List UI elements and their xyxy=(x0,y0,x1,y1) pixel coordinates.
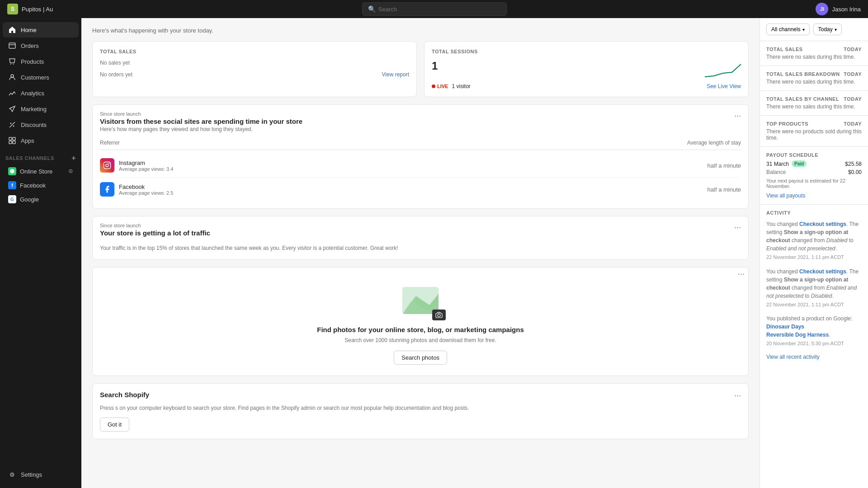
see-live-view-link[interactable]: See Live View xyxy=(707,83,741,89)
svg-rect-7 xyxy=(13,137,15,140)
right-payout-title: PAYOUT SCHEDULE xyxy=(766,152,862,158)
right-total-sales-title: TOTAL SALES Today xyxy=(766,47,862,52)
sidebar-item-customers[interactable]: Customers xyxy=(3,70,79,85)
activity-link-2[interactable]: Dinosaur DaysReversible Dog Harness xyxy=(766,324,829,338)
right-sales-by-channel-title: TOTAL SALES BY CHANNEL Today xyxy=(766,96,862,102)
sidebar-item-facebook[interactable]: f Facebook xyxy=(3,178,79,192)
no-sales-text: No sales yet xyxy=(100,60,409,66)
visitors-panel-header: Since store launch Visitors from these s… xyxy=(93,105,748,136)
live-dot xyxy=(432,84,435,88)
traffic-panel-info: Since store launch Your store is getting… xyxy=(100,223,210,237)
instagram-time: half a minute xyxy=(708,162,741,169)
svg-rect-6 xyxy=(9,137,12,140)
visitors-panel-menu-icon[interactable]: ··· xyxy=(734,111,741,121)
shopify-search-menu-icon[interactable]: ··· xyxy=(734,391,741,400)
channel-filter-button[interactable]: All channels ▾ xyxy=(766,23,810,35)
live-badge: LIVE 1 visitor xyxy=(432,83,471,89)
right-panel-filters: All channels ▾ Today ▾ xyxy=(760,18,868,41)
channel-filter-chevron-icon: ▾ xyxy=(802,27,805,32)
channel-label-online-store: Online Store xyxy=(20,168,52,175)
instagram-meta: Average page views: 3.4 xyxy=(119,166,173,172)
topbar-left: S Pupitos | Au xyxy=(7,4,53,14)
view-all-activity-link[interactable]: View all recent activity xyxy=(766,354,862,360)
photo-panel-subtitle: Search over 1000 stunning photos and dow… xyxy=(100,337,741,343)
sidebar-item-apps[interactable]: Apps xyxy=(3,133,79,148)
visitors-panel-content: Referrer Average length of stay Instagra… xyxy=(93,136,748,208)
svg-point-2 xyxy=(13,64,14,65)
photo-panel-menu-icon[interactable]: ··· xyxy=(738,269,745,279)
shopify-search-title: Search Shopify xyxy=(100,391,149,399)
sidebar-nav: Home Orders Products Customers xyxy=(0,18,81,463)
svg-point-13 xyxy=(108,163,109,164)
view-report-link[interactable]: View report xyxy=(382,71,409,78)
sidebar-item-google[interactable]: G Google xyxy=(3,192,79,206)
svg-point-4 xyxy=(10,123,12,124)
visitors-panel-title: Visitors from these social sites are spe… xyxy=(100,117,302,125)
sidebar-item-home[interactable]: Home xyxy=(3,22,79,38)
total-sessions-title: TOTAL SESSIONS xyxy=(432,49,741,54)
sidebar-label-apps: Apps xyxy=(21,137,34,144)
channel-label-facebook: Facebook xyxy=(20,182,46,189)
referrer-row-facebook: Facebook Average page views: 2.5 half a … xyxy=(100,178,741,201)
search-photos-button[interactable]: Search photos xyxy=(394,351,447,365)
main-layout: Home Orders Products Customers xyxy=(0,18,868,488)
referrer-left-facebook: Facebook Average page views: 2.5 xyxy=(100,182,173,197)
sidebar-item-online-store[interactable]: Online Store ⚙ xyxy=(3,164,79,178)
referrer-info-facebook: Facebook Average page views: 2.5 xyxy=(119,183,173,196)
sidebar-item-discounts[interactable]: Discounts xyxy=(3,117,79,132)
search-bar[interactable]: 🔍 xyxy=(362,2,507,16)
visitor-count: 1 visitor xyxy=(452,83,470,89)
facebook-ref-icon xyxy=(100,182,114,197)
traffic-panel-menu-icon[interactable]: ··· xyxy=(734,223,741,232)
sidebar-label-settings: Settings xyxy=(21,471,42,478)
total-sessions-card: TOTAL SESSIONS 1 LIVE 1 vi xyxy=(424,41,749,97)
payout-date: 31 March xyxy=(766,161,789,167)
activity-item-2: You published a product on Google: Dinos… xyxy=(766,314,862,347)
activity-link-0[interactable]: Checkout settings xyxy=(799,221,846,227)
view-all-payouts-link[interactable]: View all payouts xyxy=(766,192,862,199)
home-icon xyxy=(8,26,16,34)
sessions-chart xyxy=(705,60,741,78)
channel-filter-label: All channels xyxy=(771,26,801,33)
date-filter-chevron-icon: ▾ xyxy=(835,27,837,32)
got-it-button[interactable]: Got it xyxy=(100,418,129,432)
avatar: JI xyxy=(816,3,828,15)
date-filter-button[interactable]: Today ▾ xyxy=(813,23,842,35)
orders-icon xyxy=(8,42,16,50)
photo-panel: ··· xyxy=(92,267,749,376)
activity-section: ACTIVITY You changed Checkout settings. … xyxy=(760,205,868,366)
svg-point-3 xyxy=(11,75,14,77)
payout-badge: Paid xyxy=(792,160,807,167)
balance-label: Balance xyxy=(766,169,786,175)
sidebar-item-analytics[interactable]: Analytics xyxy=(3,85,79,101)
search-input[interactable] xyxy=(378,6,501,13)
sales-channels-section: SALES CHANNELS + xyxy=(0,149,81,164)
referrer-col-label: Referrer xyxy=(100,140,120,146)
right-sales-breakdown: TOTAL SALES BREAKDOWN Today There were n… xyxy=(760,66,868,91)
add-channel-button[interactable]: + xyxy=(71,154,76,162)
right-sales-by-channel: TOTAL SALES BY CHANNEL Today There were … xyxy=(760,91,868,116)
total-sales-card: TOTAL SALES No sales yet No orders yet V… xyxy=(92,41,417,97)
sidebar-label-discounts: Discounts xyxy=(21,122,47,128)
sidebar-item-products[interactable]: Products xyxy=(3,54,79,69)
facebook-time: half a minute xyxy=(708,186,741,193)
topbar-search-area: 🔍 xyxy=(53,2,816,16)
activity-link-1[interactable]: Checkout settings xyxy=(799,268,846,275)
activity-item-0: You changed Checkout settings. The setti… xyxy=(766,220,862,261)
referrer-info-instagram: Instagram Average page views: 3.4 xyxy=(119,160,173,172)
right-top-products: TOP PRODUCTS Today There were no product… xyxy=(760,116,868,147)
sidebar-item-marketing[interactable]: Marketing xyxy=(3,101,79,117)
activity-time-1: 22 November 2021, 1:11 pm ACDT xyxy=(766,301,862,309)
svg-point-18 xyxy=(438,314,440,317)
products-icon xyxy=(8,57,16,66)
right-sales-breakdown-text: There were no sales during this time. xyxy=(766,79,862,85)
facebook-icon: f xyxy=(8,181,16,189)
total-sales-actions: No orders yet View report xyxy=(100,71,409,78)
photo-panel-header: ··· xyxy=(93,267,748,279)
sidebar-item-settings[interactable]: ⚙ Settings xyxy=(3,467,79,482)
facebook-name: Facebook xyxy=(119,183,173,190)
online-store-settings-icon[interactable]: ⚙ xyxy=(68,168,73,174)
sidebar-item-orders[interactable]: Orders xyxy=(3,38,79,53)
right-panel: All channels ▾ Today ▾ TOTAL SALES Today… xyxy=(760,18,868,488)
photo-panel-content: Find photos for your online store, blog,… xyxy=(93,279,748,375)
